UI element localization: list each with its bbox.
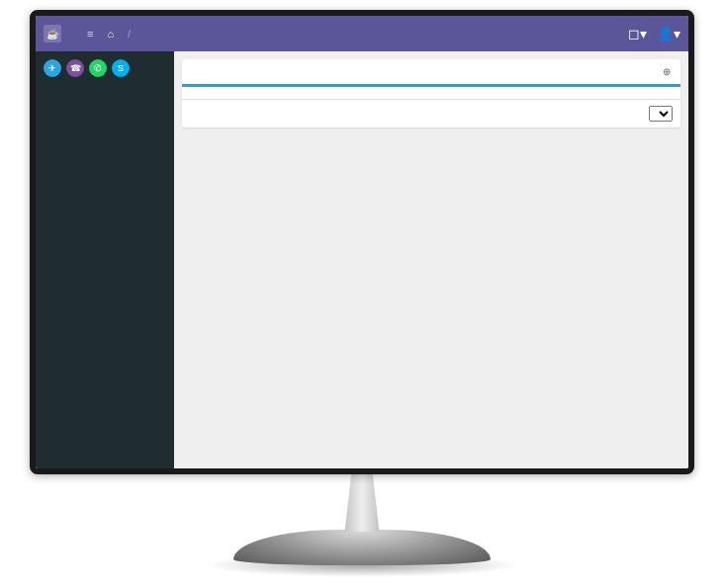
- breadcrumb-sep: /: [128, 28, 131, 40]
- col-program[interactable]: [307, 87, 431, 100]
- col-name[interactable]: [182, 87, 307, 100]
- monitor-frame: ☕ ≡ ⌂ / ◻▾ 👤▾ ✈ ☎ ✆ S: [30, 10, 694, 474]
- phone-text: [36, 85, 174, 91]
- viber-icon[interactable]: ☎: [66, 59, 84, 77]
- col-manage: [556, 87, 680, 100]
- logo-icon: ☕: [44, 25, 61, 42]
- main-content: [174, 51, 688, 468]
- add-new-button[interactable]: [663, 66, 671, 77]
- add-dropdown[interactable]: ◻▾: [628, 26, 647, 42]
- sidebar: ✈ ☎ ✆ S: [36, 51, 174, 468]
- skype-icon[interactable]: S: [112, 59, 130, 77]
- user-dropdown[interactable]: 👤▾: [657, 26, 680, 42]
- topbar: ☕ ≡ ⌂ / ◻▾ 👤▾: [36, 16, 688, 51]
- col-value[interactable]: [431, 87, 556, 100]
- page-size-select[interactable]: [649, 106, 673, 122]
- pager: [182, 100, 680, 127]
- menu-icon[interactable]: ≡: [87, 28, 93, 40]
- discount-table: [182, 87, 680, 100]
- social-row: ✈ ☎ ✆ S: [36, 51, 174, 85]
- home-icon[interactable]: ⌂: [107, 28, 114, 40]
- brand: ☕: [44, 25, 67, 42]
- data-panel: [182, 59, 680, 127]
- telegram-icon[interactable]: ✈: [44, 59, 61, 77]
- whatsapp-icon[interactable]: ✆: [89, 59, 107, 77]
